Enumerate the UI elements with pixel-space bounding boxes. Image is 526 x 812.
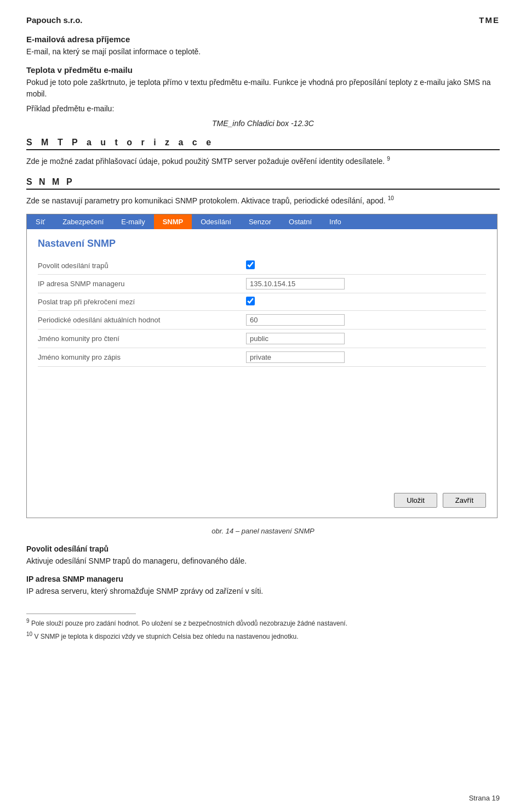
footnotes: 9 Pole slouží pouze pro zadání hodnot. P… <box>26 614 500 641</box>
tab-odesilani[interactable]: Odesílání <box>192 214 240 229</box>
tab-sit[interactable]: Síť <box>27 214 54 229</box>
row-label-periodicke: Periodické odesílání aktuálních hodnot <box>38 316 246 324</box>
tab-info[interactable]: Info <box>321 214 350 229</box>
panel-row-poslat: Poslat trap při překročení mezí <box>38 293 486 311</box>
row-value-komunita-cteni[interactable] <box>246 333 486 344</box>
row-label-povolit: Povolit odesílání trapů <box>38 262 246 270</box>
row-label-komunita-zapis: Jméno komunity pro zápis <box>38 353 246 361</box>
input-ip[interactable] <box>246 278 345 289</box>
panel-title: Nastavení SNMP <box>38 238 486 249</box>
subsection-povolit-title: Povolit odesílání trapů <box>26 544 500 553</box>
footnote-10-number: 10 <box>26 631 32 637</box>
tab-zabezpeceni[interactable]: Zabezpečení <box>54 214 112 229</box>
panel-row-povolit: Povolit odesílání trapů <box>38 257 486 275</box>
subsection-povolit-body: Aktivuje odesílání SNMP trapů do manager… <box>26 555 500 567</box>
footnote-10-text: V SNMP je teplota k dispozici vždy ve st… <box>34 633 298 640</box>
row-value-ip[interactable] <box>246 278 486 289</box>
close-button[interactable]: Zavřít <box>443 493 486 508</box>
row-label-poslat: Poslat trap při překročení mezí <box>38 298 246 306</box>
page-number: Strana 19 <box>469 794 500 802</box>
checkbox-povolit[interactable] <box>246 260 255 269</box>
row-value-povolit[interactable] <box>246 260 486 271</box>
panel-row-komunita-cteni: Jméno komunity pro čtení <box>38 330 486 348</box>
footnote-9: 9 Pole slouží pouze pro zadání hodnot. P… <box>26 617 500 628</box>
section-email-subject: Teplota v předmětu e-mailu Pokud je toto… <box>26 65 500 128</box>
row-label-ip: IP adresa SNMP manageru <box>38 280 246 288</box>
input-komunita-cteni[interactable] <box>246 333 345 344</box>
panel-tabs: Síť Zabezpečení E-maily SNMP Odesílání S… <box>27 214 497 229</box>
input-periodicke[interactable] <box>246 314 345 326</box>
checkbox-poslat[interactable] <box>246 297 255 305</box>
email-address-title: E-mailová adresa příjemce <box>26 35 500 44</box>
panel-body: Nastavení SNMP Povolit odesílání trapů I… <box>27 229 497 518</box>
save-button[interactable]: Uložit <box>394 493 437 508</box>
snmp-intro: Zde se nastavují parametry pro komunikac… <box>26 194 500 207</box>
panel-row-komunita-zapis: Jméno komunity pro zápis <box>38 348 486 367</box>
snmp-heading: S N M P <box>26 177 500 190</box>
tab-ostatni[interactable]: Ostatní <box>280 214 321 229</box>
snmp-footnote-ref: 10 <box>388 195 394 201</box>
smtp-body: Zde je možné zadat přihlašovací údaje, p… <box>26 155 500 167</box>
row-value-komunita-zapis[interactable] <box>246 351 486 363</box>
section-snmp: S N M P Zde se nastavují parametry pro k… <box>26 177 500 207</box>
email-address-body: E-mail, na který se mají posílat informa… <box>26 46 500 58</box>
company-name: Papouch s.r.o. <box>26 15 83 25</box>
row-value-periodicke[interactable] <box>246 314 486 326</box>
footnote-10: 10 V SNMP je teplota k dispozici vždy ve… <box>26 631 500 641</box>
subsection-ip-body: IP adresa serveru, který shromažďuje SNM… <box>26 586 500 597</box>
smtp-footnote-ref: 9 <box>387 156 390 162</box>
product-name: TME <box>479 15 500 25</box>
page-header: Papouch s.r.o. TME <box>26 15 500 25</box>
section-email-address: E-mailová adresa příjemce E-mail, na kte… <box>26 35 500 58</box>
tab-emaily[interactable]: E-maily <box>112 214 153 229</box>
row-value-poslat[interactable] <box>246 297 486 307</box>
subsection-ip: IP adresa SNMP manageru IP adresa server… <box>26 575 500 597</box>
footnote-divider <box>26 614 136 614</box>
footnote-9-text: Pole slouží pouze pro zadání hodnot. Po … <box>31 620 347 627</box>
tab-snmp[interactable]: SNMP <box>154 214 192 229</box>
panel-row-ip: IP adresa SNMP manageru <box>38 275 486 293</box>
example-label: Příklad předmětu e-mailu: <box>26 103 500 115</box>
example-value: TME_info Chladici box -12.3C <box>26 119 500 128</box>
figure-caption: obr. 14 – panel nastavení SNMP <box>26 526 500 537</box>
subsection-ip-title: IP adresa SNMP manageru <box>26 575 500 583</box>
email-subject-title: Teplota v předmětu e-mailu <box>26 65 500 75</box>
email-subject-body: Pokud je toto pole zaškrtnuto, je teplot… <box>26 77 500 100</box>
row-label-komunita-cteni: Jméno komunity pro čtení <box>38 334 246 343</box>
snmp-panel: Síť Zabezpečení E-maily SNMP Odesílání S… <box>26 214 498 518</box>
section-smtp: S M T P a u t o r i z a c e Zde je možné… <box>26 138 500 167</box>
smtp-heading: S M T P a u t o r i z a c e <box>26 138 500 150</box>
input-komunita-zapis[interactable] <box>246 351 345 363</box>
panel-row-periodicke: Periodické odesílání aktuálních hodnot <box>38 311 486 330</box>
panel-spacer <box>38 367 486 487</box>
panel-buttons: Uložit Zavřít <box>38 487 486 510</box>
subsection-povolit: Povolit odesílání trapů Aktivuje odesílá… <box>26 544 500 567</box>
tab-senzor[interactable]: Senzor <box>240 214 280 229</box>
footnote-9-number: 9 <box>26 618 30 624</box>
